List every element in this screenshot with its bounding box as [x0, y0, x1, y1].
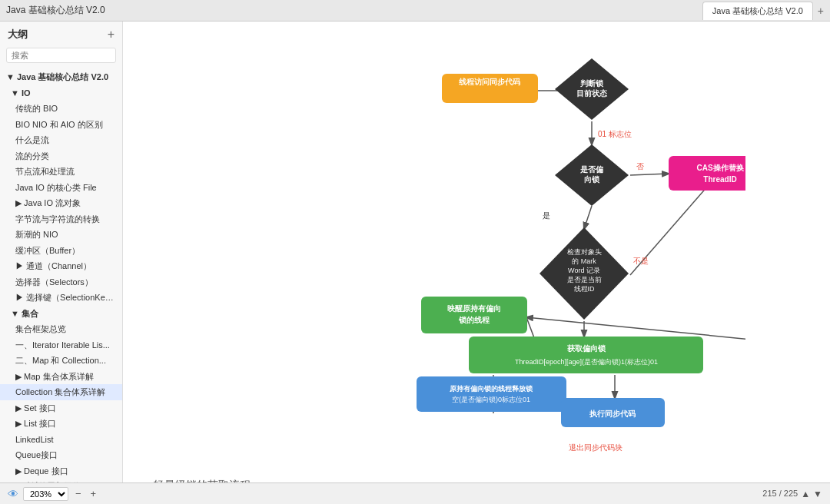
svg-text:不是: 不是	[633, 257, 649, 265]
sidebar-header: 大纲 +	[0, 22, 122, 45]
svg-text:原持有偏向锁的线程释放锁: 原持有偏向锁的线程释放锁	[449, 385, 533, 393]
sidebar-tree-item[interactable]: ▶ Set 接口	[0, 400, 122, 416]
bottom-left: 👁 203% − +	[8, 487, 98, 501]
svg-text:检查对象头: 检查对象头	[567, 248, 602, 256]
svg-rect-25	[669, 156, 745, 191]
sidebar-tree-item[interactable]: 缓冲区（Buffer）	[0, 243, 122, 259]
svg-text:执行同步代码: 执行同步代码	[589, 410, 636, 418]
main-layout: 大纲 + ▼ Java 基础核心总结 V2.0▼ IO传统的 BIOBIO NI…	[0, 22, 830, 482]
svg-text:锁的线程: 锁的线程	[458, 316, 490, 324]
svg-line-5	[584, 206, 592, 229]
sidebar-tree-item[interactable]: LinkedList	[0, 432, 122, 448]
svg-text:是否是当前: 是否是当前	[567, 276, 602, 284]
content-area[interactable]: 线程访问同步代码 判断锁 目前状态 01 标志位 是否偏 向锁 否 CAS	[123, 22, 830, 482]
svg-text:退出同步代码块: 退出同步代码块	[569, 443, 622, 452]
sidebar-tree-item[interactable]: 二、Map 和 Collection...	[0, 353, 122, 369]
zoom-out-button[interactable]: −	[73, 488, 84, 499]
page-navigation: 215 / 225 ▲ ▼	[762, 489, 822, 499]
sidebar-tree-item[interactable]: ▼ Java 基础核心总结 V2.0	[0, 69, 122, 85]
svg-text:01 标志位: 01 标志位	[598, 130, 632, 138]
flowchart-container: 线程访问同步代码 判断锁 目前状态 01 标志位 是否偏 向锁 否 CAS	[208, 45, 745, 463]
sidebar-tree-item[interactable]: Queue接口	[0, 447, 122, 463]
app-title: Java 基础核心总结 V2.0	[6, 4, 702, 17]
sidebar-tree-item[interactable]: ▶ Java IO 流对象	[0, 195, 122, 211]
svg-text:目前状态: 目前状态	[576, 89, 608, 98]
sidebar-tree-item[interactable]: 一、Iterator Iterable Lis...	[0, 337, 122, 353]
svg-text:的 Mark: 的 Mark	[572, 257, 596, 265]
zoom-in-button[interactable]: +	[88, 488, 99, 499]
sidebar-tree-item[interactable]: BIO NIO 和 AIO 的区别	[0, 117, 122, 133]
sidebar-tree-item[interactable]: 选择器（Selectors）	[0, 274, 122, 290]
sidebar-title: 大纲	[8, 28, 28, 41]
sidebar-tree-item[interactable]: ▶ Deque 接口	[0, 463, 122, 479]
text-section: 轻量级锁的获取流程 重量级锁 重量级锁的获取流程比较复杂，小伙伴们做好准备，其实…	[154, 479, 799, 482]
sidebar: 大纲 + ▼ Java 基础核心总结 V2.0▼ IO传统的 BIOBIO NI…	[0, 22, 123, 482]
svg-text:空(是否偏向锁)0标志位01: 空(是否偏向锁)0标志位01	[452, 396, 530, 403]
view-icon[interactable]: 👁	[8, 488, 18, 500]
sidebar-tree-item[interactable]: ▶ List 接口	[0, 416, 122, 432]
bottom-bar: 👁 203% − + 215 / 225 ▲ ▼	[0, 482, 830, 504]
subtitle: 轻量级锁的获取流程	[154, 479, 799, 482]
page-info: 215 / 225	[762, 489, 798, 499]
sidebar-tree-item[interactable]: Java IO 的核心类 File	[0, 180, 122, 196]
svg-text:获取偏向锁: 获取偏向锁	[567, 344, 606, 353]
svg-text:否: 否	[636, 162, 644, 171]
svg-text:ThreadID[epoch][age](是否偏向锁)1(标: ThreadID[epoch][age](是否偏向锁)1(标志位)01	[515, 358, 658, 366]
svg-rect-51	[417, 376, 566, 412]
zoom-select[interactable]: 203%	[23, 487, 68, 501]
svg-text:ThreadID: ThreadID	[703, 175, 736, 184]
svg-text:Word 记录: Word 记录	[568, 267, 600, 274]
svg-text:是否偏: 是否偏	[580, 165, 603, 174]
content-inner: 线程访问同步代码 判断锁 目前状态 01 标志位 是否偏 向锁 否 CAS	[123, 22, 830, 482]
sidebar-tree-item[interactable]: 传统的 BIO	[0, 101, 122, 117]
flowchart-svg: 线程访问同步代码 判断锁 目前状态 01 标志位 是否偏 向锁 否 CAS	[208, 45, 745, 463]
add-outline-button[interactable]: +	[108, 28, 115, 41]
svg-text:是: 是	[543, 211, 550, 220]
sidebar-tree-item[interactable]: 什么是流	[0, 132, 122, 148]
svg-rect-45	[421, 297, 527, 333]
sidebar-tree-item[interactable]: ▼ IO	[0, 85, 122, 101]
document-tab[interactable]: Java 基础核心总结 V2.0	[702, 2, 813, 20]
title-bar: Java 基础核心总结 V2.0 Java 基础核心总结 V2.0 +	[0, 0, 830, 22]
sidebar-tree-item[interactable]: 新潮的 NIO	[0, 227, 122, 243]
svg-text:映醒原持有偏向: 映醒原持有偏向	[447, 304, 501, 313]
sidebar-tree-item[interactable]: 节点流和处理流	[0, 164, 122, 180]
svg-text:线程ID: 线程ID	[574, 285, 596, 293]
svg-text:向锁: 向锁	[584, 175, 600, 184]
svg-text:判断锁: 判断锁	[579, 79, 604, 88]
svg-line-2	[630, 174, 669, 175]
sidebar-tree-item[interactable]: 集合框架总览	[0, 321, 122, 337]
sidebar-tree-item[interactable]: Collection 集合体系详解	[0, 384, 122, 400]
sidebar-tree: ▼ Java 基础核心总结 V2.0▼ IO传统的 BIOBIO NIO 和 A…	[0, 66, 122, 482]
sidebar-tree-item[interactable]: 流的分类	[0, 148, 122, 164]
add-tab-button[interactable]: +	[818, 5, 824, 17]
svg-text:CAS操作替换: CAS操作替换	[696, 164, 744, 172]
sidebar-tree-item[interactable]: ▼ 集合	[0, 306, 122, 322]
search-input[interactable]	[6, 48, 116, 63]
sidebar-tree-item[interactable]: 字节流与字符流的转换	[0, 211, 122, 227]
next-page-button[interactable]: ▼	[813, 489, 822, 499]
sidebar-search-container	[0, 45, 122, 66]
sidebar-tree-item[interactable]: ▶ 选择键（SelectionKey）	[0, 290, 122, 306]
svg-text:线程访问同步代码: 线程访问同步代码	[458, 78, 520, 86]
sidebar-tree-item[interactable]: ▶ 通道（Channel）	[0, 258, 122, 274]
prev-page-button[interactable]: ▲	[801, 489, 810, 499]
svg-rect-48	[469, 337, 703, 373]
sidebar-tree-item[interactable]: ▶ Map 集合体系详解	[0, 369, 122, 385]
